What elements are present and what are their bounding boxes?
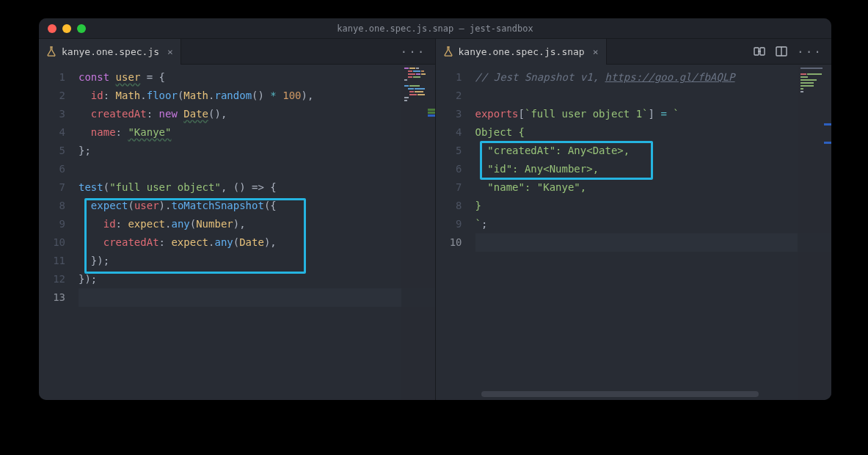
left-tab-actions: ···: [401, 45, 435, 59]
right-tabbar: kanye.one.spec.js.snap × ···: [436, 39, 832, 65]
tab-kanye-spec[interactable]: kanye.one.spec.js ×: [39, 39, 181, 65]
left-editor[interactable]: 1 2 3 4 5 6 7 8 9 10 11 12 13 cons: [39, 65, 435, 400]
right-gutter: 1 2 3 4 5 6 7 8 9 10: [436, 68, 475, 252]
right-editor[interactable]: 1 2 3 4 5 6 7 8 9 10 // Jest Snapshot v1…: [436, 65, 832, 400]
compare-changes-icon[interactable]: [753, 45, 766, 58]
zoom-window-button[interactable]: [77, 24, 86, 33]
right-scroll-overview[interactable]: [824, 65, 831, 400]
window-title: kanye.one.spec.js.snap — jest-sandbox: [39, 23, 831, 34]
split-editor-icon[interactable]: [775, 45, 788, 58]
tab-kanye-snap[interactable]: kanye.one.spec.js.snap ×: [436, 39, 607, 65]
left-pane: kanye.one.spec.js × ··· 1 2 3 4 5 6: [39, 39, 436, 400]
left-scroll-overview[interactable]: [428, 65, 435, 400]
right-tab-actions: ···: [753, 45, 831, 59]
editor-panes: kanye.one.spec.js × ··· 1 2 3 4 5 6: [39, 39, 831, 400]
minimize-window-button[interactable]: [62, 24, 71, 33]
editor-window: kanye.one.spec.js.snap — jest-sandbox ka…: [39, 18, 831, 400]
tab-label: kanye.one.spec.js.snap: [459, 46, 585, 57]
close-window-button[interactable]: [48, 24, 56, 33]
more-actions-icon[interactable]: ···: [797, 45, 823, 59]
traffic-lights: [48, 24, 86, 33]
flask-icon: [443, 46, 453, 57]
close-tab-icon[interactable]: ×: [593, 46, 599, 57]
flask-icon: [46, 46, 56, 57]
left-gutter: 1 2 3 4 5 6 7 8 9 10 11 12 13: [39, 68, 79, 307]
right-horizontal-scrollbar[interactable]: [481, 391, 759, 397]
tab-label: kanye.one.spec.js: [62, 46, 159, 57]
right-code[interactable]: // Jest Snapshot v1, https://goo.gl/fbAQ…: [475, 68, 832, 252]
more-actions-icon[interactable]: ···: [401, 45, 426, 59]
titlebar: kanye.one.spec.js.snap — jest-sandbox: [39, 18, 831, 39]
close-tab-icon[interactable]: ×: [167, 46, 173, 57]
right-pane: kanye.one.spec.js.snap × ··· 1: [436, 39, 832, 400]
left-tabbar: kanye.one.spec.js × ···: [39, 39, 435, 65]
left-code[interactable]: const user = { id: Math.floor(Math.rando…: [79, 68, 435, 307]
